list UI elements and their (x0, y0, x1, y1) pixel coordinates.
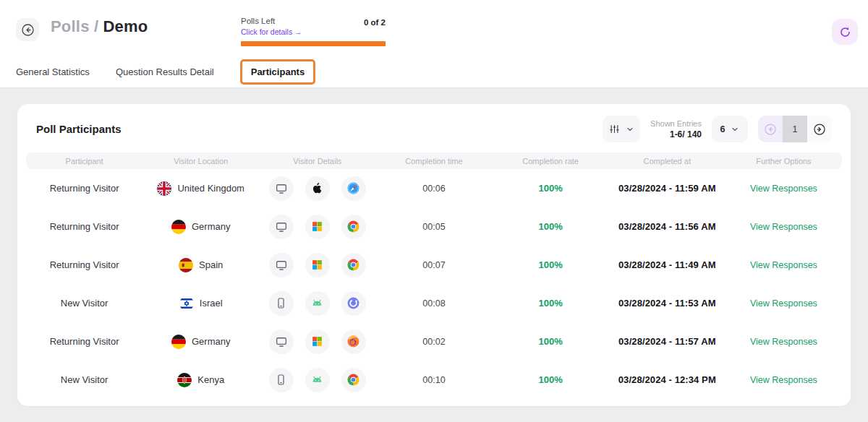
column-header-visitor-location: Visitor Location (142, 157, 259, 165)
column-header-completion-time: Completion time (375, 157, 492, 165)
visitor-location-cell: Germany (142, 220, 259, 234)
kenya-flag-icon (177, 373, 192, 387)
polls-left-widget: Polls Left Click for details → 0 of 2 (241, 17, 386, 46)
desktop-icon (269, 253, 294, 277)
next-page-button[interactable] (807, 116, 832, 142)
poll-participants-card: Poll Participants Shown Entries 1-6/ 140 (17, 104, 851, 406)
polls-left-progress-bar (241, 41, 386, 46)
android-icon (305, 291, 330, 316)
country-name: United Kingdom (177, 183, 244, 194)
tab-question-results-detail[interactable]: Question Results Detail (116, 66, 214, 77)
refresh-icon (838, 25, 852, 39)
completion-rate: 100% (493, 336, 609, 347)
view-responses-link[interactable]: View Responses (750, 298, 817, 309)
further-options-cell: View Responses (726, 337, 842, 347)
arrow-right-circle-icon (812, 122, 827, 137)
completed-at: 03/28/2024 - 11:49 AM (609, 259, 726, 270)
further-options-cell: View Responses (726, 260, 842, 270)
breadcrumb-page: Demo (103, 17, 148, 35)
visitor-details-cell (259, 176, 375, 201)
table-row: Returning Visitor Spain 00:07 100% 03/28… (26, 246, 842, 284)
visitor-details-cell (259, 215, 375, 239)
pagination: 1 (758, 116, 832, 142)
windows-icon (305, 253, 330, 277)
table-row: Returning Visitor Germany 00:02 100% 03/… (26, 322, 842, 361)
shown-entries-value: 1-6/ 140 (650, 129, 702, 139)
visitor-details-cell (259, 291, 375, 316)
table-row: New Visitor Kenya 00:10 100% 03/28/2024 … (26, 361, 842, 399)
windows-icon (305, 330, 330, 354)
chrome-icon (341, 215, 366, 239)
completion-time: 00:02 (375, 337, 492, 347)
polls-left-details-link[interactable]: Click for details → (241, 27, 302, 36)
completion-rate: 100% (493, 298, 609, 309)
refresh-button[interactable] (832, 19, 858, 45)
current-page-button[interactable]: 1 (783, 116, 807, 142)
view-responses-link[interactable]: View Responses (750, 337, 817, 347)
view-responses-link[interactable]: View Responses (750, 260, 817, 270)
further-options-cell: View Responses (726, 298, 842, 309)
chrome-icon (341, 368, 366, 392)
arrow-left-circle-icon (763, 122, 778, 137)
further-options-cell: View Responses (726, 375, 842, 385)
android-icon (305, 368, 330, 392)
israel-flag-icon (179, 296, 194, 311)
completed-at: 03/28/2024 - 12:34 PM (609, 374, 726, 385)
completion-rate: 100% (493, 221, 609, 232)
germany-flag-icon (171, 335, 186, 349)
view-responses-link[interactable]: View Responses (750, 375, 817, 385)
participant-type: Returning Visitor (26, 336, 142, 347)
view-responses-link[interactable]: View Responses (750, 222, 817, 232)
apple-icon (305, 176, 330, 201)
card-title: Poll Participants (36, 123, 122, 135)
country-name: Kenya (197, 374, 224, 385)
completion-time: 00:05 (375, 222, 492, 232)
completed-at: 03/28/2024 - 11:59 AM (609, 183, 726, 194)
firefox-icon (341, 330, 366, 354)
view-responses-link[interactable]: View Responses (750, 184, 817, 194)
column-header-further-options: Further Options (726, 157, 842, 165)
table-row: Returning Visitor United Kingdom 00:06 1… (26, 169, 842, 207)
participant-type: Returning Visitor (26, 183, 142, 194)
table-header: Participant Visitor Location Visitor Det… (26, 152, 842, 169)
visitor-location-cell: Israel (142, 296, 259, 311)
back-button[interactable] (16, 18, 39, 41)
windows-icon (305, 215, 330, 239)
polls-left-label: Polls Left (241, 17, 302, 25)
visitor-location-cell: United Kingdom (142, 181, 259, 196)
chrome-icon (341, 253, 366, 277)
visitor-details-cell (259, 330, 375, 354)
participant-type: Returning Visitor (26, 259, 142, 270)
further-options-cell: View Responses (726, 184, 842, 194)
samsung-internet-icon (341, 291, 366, 316)
shown-entries: Shown Entries 1-6/ 140 (650, 119, 702, 139)
filter-button[interactable] (603, 116, 640, 142)
page-size-value: 6 (720, 124, 726, 134)
completion-time: 00:08 (375, 298, 492, 309)
page-title: Polls / Demo (51, 17, 148, 36)
tabs: General Statistics Question Results Deta… (0, 56, 868, 88)
column-header-participant: Participant (26, 157, 142, 165)
column-header-visitor-details: Visitor Details (259, 157, 375, 165)
prev-page-button[interactable] (758, 116, 783, 142)
tab-participants[interactable]: Participants (240, 59, 315, 85)
spain-flag-icon (179, 258, 193, 272)
country-name: Germany (192, 336, 230, 347)
page-size-select[interactable]: 6 (712, 116, 748, 142)
desktop-icon (269, 215, 294, 239)
completed-at: 03/28/2024 - 11:57 AM (609, 336, 726, 347)
visitor-location-cell: Kenya (142, 373, 259, 387)
visitor-location-cell: Spain (142, 258, 259, 272)
table-body: Returning Visitor United Kingdom 00:06 1… (26, 169, 842, 399)
chevron-down-icon (626, 125, 634, 134)
completion-rate: 100% (493, 183, 609, 194)
completed-at: 03/28/2024 - 11:56 AM (609, 221, 726, 232)
main-content: Poll Participants Shown Entries 1-6/ 140 (0, 88, 868, 422)
chevron-down-icon (731, 125, 739, 134)
table-row: Returning Visitor Germany 00:05 100% 03/… (26, 207, 842, 246)
further-options-cell: View Responses (726, 222, 842, 232)
completion-time: 00:07 (375, 260, 492, 270)
safari-icon (341, 176, 366, 201)
tab-general-statistics[interactable]: General Statistics (16, 66, 90, 77)
participant-type: New Visitor (26, 374, 142, 385)
